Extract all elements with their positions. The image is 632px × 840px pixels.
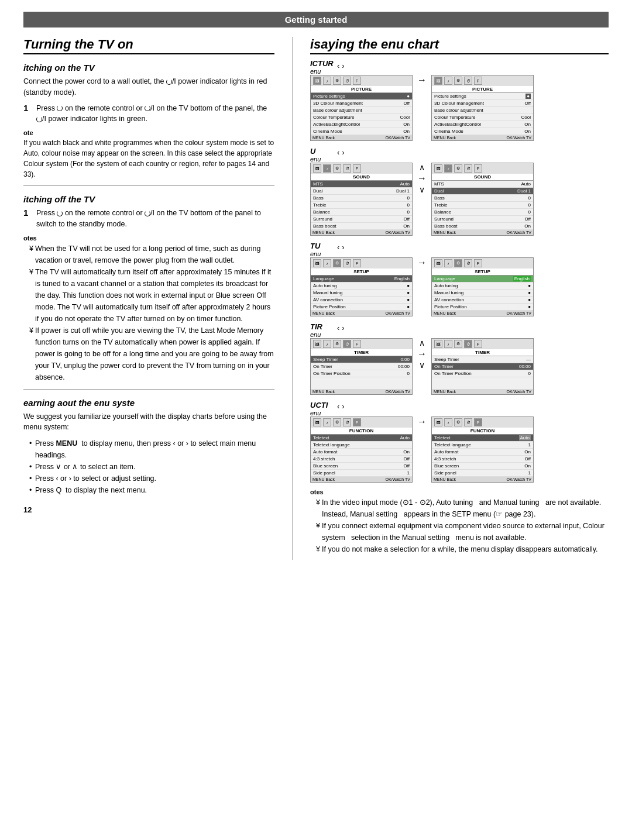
- sound-menu-section: U enu ‹ › 🖼 ♪ ⚙: [310, 147, 609, 236]
- row-picture-settings-left: Picture settings●: [311, 93, 412, 100]
- sound-icon-bar-left: 🖼 ♪ ⚙ ⏱ F: [313, 164, 361, 173]
- left-column: Turning the TV on itching on the TV Conn…: [23, 37, 293, 560]
- off-note-1: When the TV will not be used for a long …: [29, 243, 274, 266]
- setup-title-right: SETUP: [432, 268, 533, 276]
- function-menu-right: 🖼 ♪ ⚙ ⏱ F FUNCTION TeletextAuto Teletext…: [431, 416, 534, 483]
- row-sleeptimer-left: Sleep Timer0:00: [311, 356, 412, 363]
- icon-setup-r: ⚙: [454, 77, 462, 85]
- ti-set-r: ⚙: [454, 340, 462, 348]
- page-container: Getting started Turning the TV on itchin…: [0, 0, 632, 840]
- arrow-between-picture: →: [417, 75, 427, 85]
- row-autoformat-right: Auto formatOn: [432, 449, 533, 456]
- row-sleeptimer-right: Sleep Timer—: [432, 356, 533, 363]
- function-header-left: 🖼 ♪ ⚙ ⏱ F: [311, 417, 412, 428]
- row-sidepanel-left: Side panel1: [311, 470, 412, 477]
- step-number-off: 1: [23, 208, 33, 230]
- arrow-up-timer: ∧: [419, 338, 425, 347]
- timer-footer-left: MENU BackOK/Watch TV: [311, 389, 412, 394]
- ti-snd-r: ♪: [444, 340, 452, 348]
- picture-menu-pair: 🖼 ♪ ⚙ ⏱ F PICTURE Picture settings● 3D C…: [310, 75, 609, 141]
- bullet-4: Press Q to display the next menu.: [29, 484, 274, 496]
- arrow-right-picture: ›: [342, 61, 344, 70]
- timer-header-right: 🖼 ♪ ⚙ ⏱ F: [432, 339, 533, 349]
- learning-menu-bullets: Press MENU to display menu, then press ‹…: [29, 438, 274, 496]
- su-tim: ⏱: [343, 259, 351, 267]
- right-column: isaying the enu chart ICTUR enu ‹ ›: [293, 37, 609, 560]
- su-fnc-r: F: [474, 259, 482, 267]
- arrow-right-setup: ›: [342, 243, 344, 252]
- setup-menu-left: 🖼 ♪ ⚙ ⏱ F SETUP LanguageEnglish Auto tun…: [310, 257, 413, 316]
- row-bass-left: Bass0: [311, 195, 412, 202]
- row-bass-right: Bass0: [432, 195, 533, 202]
- ti-tim: ⏱: [343, 340, 351, 348]
- function-icon-bar-right: 🖼 ♪ ⚙ ⏱ F: [434, 418, 482, 426]
- fn-set-r: ⚙: [454, 418, 462, 426]
- timer-menu-section: TIR enu ‹ › 🖼 ♪ ⚙: [310, 322, 609, 395]
- function-icon-bar-left: 🖼 ♪ ⚙ ⏱ F: [313, 418, 361, 426]
- icon-picture-r: 🖼: [434, 77, 442, 85]
- snd-set: ⚙: [333, 164, 341, 173]
- ti-fnc-r: F: [474, 340, 482, 348]
- icon-timer: ⏱: [343, 77, 351, 85]
- row-mts-left: MTSAuto: [311, 181, 412, 188]
- row-balance-left: Balance0: [311, 209, 412, 216]
- timer-spacer-right: [432, 377, 533, 389]
- row-3d-colour-right: 3D Colour managementOff: [432, 100, 533, 107]
- row-bluescreen-right: Blue screenOn: [432, 463, 533, 470]
- fn-fnc: F: [353, 418, 361, 426]
- function-menu-section: UCTI enu ‹ › 🖼 ♪ ⚙: [310, 401, 609, 483]
- sound-label: U: [310, 147, 334, 156]
- timer-title-right: TIMER: [432, 349, 533, 356]
- header-bar: Getting started: [23, 12, 609, 27]
- row-language-left: LanguageEnglish: [311, 276, 412, 283]
- snd-snd-r: ♪: [444, 164, 452, 173]
- row-cinema-right: Cinema ModeOn: [432, 128, 533, 135]
- notes-label-off: otes: [23, 235, 274, 242]
- sound-title-left: SOUND: [311, 174, 412, 181]
- function-menu-left: 🖼 ♪ ⚙ ⏱ F FUNCTION TeletextAuto Teletext…: [310, 416, 413, 483]
- ti-tim-r: ⏱: [464, 340, 472, 348]
- arrow-left-timer: ‹: [337, 323, 339, 332]
- right-notes-label: otes: [310, 488, 609, 495]
- snd-tim: ⏱: [343, 164, 351, 173]
- setup-header-left: 🖼 ♪ ⚙ ⏱ F: [311, 258, 412, 268]
- row-mts-right: MTSAuto: [432, 181, 533, 188]
- row-treble-left: Treble0: [311, 202, 412, 209]
- row-cinema-left: Cinema ModeOn: [311, 128, 412, 135]
- setup-label: TU: [310, 242, 334, 250]
- row-bluescreen-left: Blue screenOff: [311, 463, 412, 470]
- fn-tim: ⏱: [343, 418, 351, 426]
- function-menu-pair: 🖼 ♪ ⚙ ⏱ F FUNCTION TeletextAuto Teletext…: [310, 416, 609, 483]
- row-autotuning-left: Auto tuning●: [311, 283, 412, 290]
- right-note-2: If you connect external equipment via co…: [316, 520, 609, 543]
- fn-set: ⚙: [333, 418, 341, 426]
- right-notes-list: In the video input mode (⊙1 - ⊙2), Auto …: [316, 497, 609, 555]
- row-bassboost-right: Bass boostOn: [432, 223, 533, 230]
- fn-snd: ♪: [323, 418, 331, 426]
- row-treble-right: Treble0: [432, 202, 533, 209]
- su-set-r: ⚙: [454, 259, 462, 267]
- fn-snd-r: ♪: [444, 418, 452, 426]
- row-autotuning-right: Auto tuning●: [432, 283, 533, 290]
- su-snd-r: ♪: [444, 259, 452, 267]
- picture-menu-header-right: 🖼 ♪ ⚙ ⏱ F: [432, 75, 533, 86]
- main-title-left: Turning the TV on: [23, 37, 274, 54]
- learning-menu-intro: We suggest you familiarize yourself with…: [23, 411, 274, 433]
- function-sublabel: enu: [310, 409, 334, 416]
- su-set: ⚙: [333, 259, 341, 267]
- snd-snd: ♪: [323, 164, 331, 173]
- setup-menu-section: TU enu ‹ › 🖼 ♪ ⚙: [310, 242, 609, 316]
- sound-arrows: ∧ → ∨: [417, 163, 427, 194]
- sound-title-right: SOUND: [432, 174, 533, 181]
- icon-sound-r: ♪: [444, 77, 452, 85]
- function-title-right: FUNCTION: [432, 428, 533, 435]
- sound-menu-left: 🖼 ♪ ⚙ ⏱ F SOUND MTSAuto DualDual 1 Bass0…: [310, 163, 413, 236]
- row-picture-settings-right: Picture settings●: [432, 93, 533, 100]
- su-tim-r: ⏱: [464, 259, 472, 267]
- footer-right-picture: MENU BackOK/Watch TV: [432, 135, 533, 140]
- function-footer-left: MENU BackOK/Watch TV: [311, 477, 412, 482]
- row-language-right: LanguageEnglish: [432, 276, 533, 283]
- timer-menu-pair: 🖼 ♪ ⚙ ⏱ F TIMER Sleep Timer0:00 On Timer…: [310, 338, 609, 395]
- picture-sublabel: enu: [310, 68, 334, 75]
- bullet-1: Press MENU to display menu, then press ‹…: [29, 438, 274, 461]
